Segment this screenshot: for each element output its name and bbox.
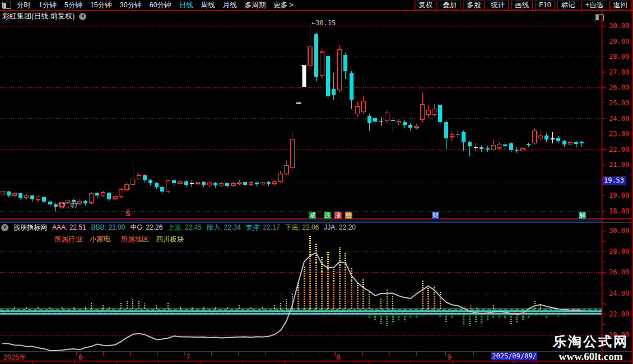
candle-down	[95, 193, 99, 195]
candle-up	[125, 185, 129, 190]
price-label: 23.00	[609, 130, 629, 138]
candle-up	[90, 193, 94, 203]
candle-up	[249, 183, 253, 185]
indicator-value-下底: 下底: 22.06	[285, 223, 319, 232]
candle-down	[184, 181, 188, 185]
time-label: 7	[186, 353, 190, 361]
candle-up	[273, 181, 277, 184]
candle-down	[155, 183, 159, 187]
info-value: 四川板块	[156, 235, 184, 243]
price-label: 19.00	[609, 192, 629, 199]
candle-up	[568, 142, 572, 144]
candle-up	[196, 182, 200, 184]
candle-down	[486, 148, 490, 150]
candle-down	[574, 142, 578, 144]
candle-up	[421, 105, 425, 119]
indicator-value-JJA: JJA: 22.20	[324, 223, 356, 231]
candle-up	[101, 193, 105, 196]
chevron-down-icon[interactable]: ∨	[1, 224, 8, 231]
candle-up	[338, 50, 342, 90]
candle-down	[503, 144, 507, 146]
price-label: 22.00	[609, 146, 629, 153]
candle-up	[178, 181, 182, 183]
time-axis[interactable]: 2025/09/09/二 2025年6789	[0, 352, 602, 361]
candle-down	[408, 125, 412, 128]
chart-canvas[interactable]	[0, 0, 633, 364]
panel-toggle-icon[interactable]	[595, 14, 604, 21]
time-label: 6	[78, 353, 83, 361]
candle-up	[497, 144, 501, 148]
candle-down	[255, 183, 259, 184]
price-label: 21.00	[609, 161, 629, 169]
candle-down	[350, 73, 353, 100]
event-badge-减[interactable]: 减	[309, 212, 316, 219]
info-item: 所属地区: 四川板块	[120, 235, 184, 244]
candle-down	[544, 136, 548, 139]
candle-up	[208, 183, 212, 185]
candle-down	[527, 144, 530, 145]
candle-up	[450, 134, 454, 137]
candle-down	[172, 180, 176, 183]
event-badge-财[interactable]: 财	[432, 212, 439, 219]
candle-down	[107, 193, 111, 199]
candle-down	[580, 142, 584, 143]
candle-up	[113, 197, 117, 199]
candle-down	[326, 56, 330, 96]
candle-up	[320, 52, 324, 75]
candle-up	[119, 189, 123, 196]
price-label: 30.00	[609, 227, 629, 235]
event-badge-榜[interactable]: 榜	[345, 212, 352, 219]
candle-up	[397, 122, 401, 123]
indicator-value-中G: 中G: 22.26	[130, 223, 162, 232]
price-label: 27.00	[609, 68, 629, 76]
candle-down	[444, 122, 448, 138]
price-label: 18.00	[609, 207, 629, 215]
candle-up	[131, 179, 135, 184]
indicator-value-支撑: 支撑: 22.17	[246, 223, 280, 232]
candle-down	[438, 105, 442, 122]
info-label: 所属行业:	[54, 235, 86, 243]
price-label: 24.00	[609, 115, 629, 123]
candle-up	[261, 182, 265, 184]
candle-down	[225, 183, 229, 185]
watermark-url: www.60lt.com	[553, 351, 629, 363]
event-badge-涨[interactable]: 涨	[334, 212, 342, 219]
indicator-value-BBB: BBB: 22.00	[91, 223, 125, 231]
high-price-annotation: ←30.15	[311, 19, 336, 27]
indicator-value-AAA: AAA: 22.51	[52, 223, 86, 231]
candle-down	[509, 143, 513, 150]
candle-down	[83, 201, 87, 203]
title-row: 彩虹集团(日线.前复权) ∨	[2, 12, 86, 21]
candle-up	[415, 126, 418, 128]
candle-up	[78, 201, 82, 203]
candle-up	[1, 192, 5, 194]
candle-down	[468, 142, 472, 146]
price-label: 29.00	[609, 38, 629, 45]
price-label: 22.00	[609, 310, 629, 318]
event-badge-解[interactable]: 解	[579, 212, 586, 219]
candle-down	[314, 34, 318, 77]
candle-down	[48, 202, 52, 204]
info-label: 所属地区:	[120, 235, 152, 243]
date-label: 2025/09/09/二	[491, 352, 537, 360]
candle-up	[308, 46, 312, 65]
candle-down	[30, 195, 34, 199]
watermark-title: 乐淘公式网	[553, 333, 629, 351]
stock-title: 彩虹集团(日线.前复权)	[2, 11, 75, 21]
watermark: 乐淘公式网 www.60lt.com	[553, 333, 629, 363]
candle-up	[491, 146, 495, 150]
stock-info-row: 所属行业: 小家电所属地区: 四川板块	[54, 235, 184, 244]
price-label: 26.00	[609, 83, 629, 91]
separator-strip	[0, 219, 602, 222]
candle-down	[462, 132, 466, 142]
candle-up	[432, 109, 436, 114]
price-label: 24.00	[609, 290, 629, 297]
event-badge-跌[interactable]: 跌	[324, 212, 331, 219]
time-label: 8	[336, 353, 341, 361]
chevron-down-icon[interactable]: ∨	[79, 13, 86, 20]
candle-up	[356, 106, 360, 114]
candle-up	[220, 183, 224, 185]
candle-up	[166, 180, 170, 191]
candle-up	[231, 184, 235, 186]
candle-down	[202, 182, 206, 185]
